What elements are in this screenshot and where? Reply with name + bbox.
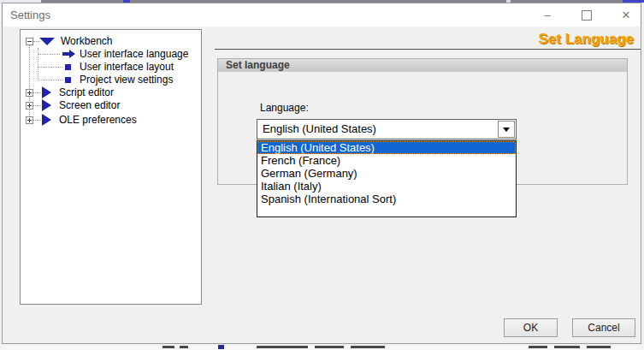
bullet-square-icon bbox=[65, 64, 71, 70]
tree-connector bbox=[38, 80, 62, 80]
tree-item-label: Screen editor bbox=[59, 99, 120, 111]
window-title: Settings bbox=[10, 3, 50, 27]
dropdown-option-english[interactable]: English (United States) bbox=[257, 141, 516, 154]
collapsed-node-icon bbox=[42, 114, 51, 126]
collapsed-node-icon bbox=[42, 86, 51, 98]
heading-divider bbox=[215, 49, 641, 50]
tree-item-label: Script editor bbox=[59, 86, 114, 98]
combobox-dropdown-button[interactable] bbox=[498, 121, 515, 138]
tree-item-label: User interface language bbox=[80, 48, 188, 60]
expand-icon[interactable] bbox=[26, 116, 33, 124]
language-combobox[interactable]: English (United States) bbox=[257, 119, 517, 139]
background-app-strip bbox=[0, 345, 644, 350]
language-dropdown-list: English (United States) French (France) … bbox=[257, 140, 517, 217]
tree-item-project-view-settings[interactable]: Project view settings bbox=[65, 73, 173, 86]
tree-connector bbox=[38, 48, 38, 80]
collapsed-node-icon bbox=[42, 99, 51, 111]
language-label: Language: bbox=[260, 102, 309, 114]
tree-connector bbox=[38, 54, 60, 55]
tree-item-user-interface-language[interactable]: User interface language bbox=[62, 47, 188, 61]
collapse-icon[interactable] bbox=[26, 38, 33, 45]
expand-icon[interactable] bbox=[26, 102, 33, 110]
groupbox-header: Set language bbox=[218, 59, 627, 72]
tree-item-workbench[interactable]: Workbench bbox=[26, 34, 112, 48]
tree-connector bbox=[38, 67, 62, 68]
selected-item-arrow-icon bbox=[62, 50, 75, 58]
title-bar: Settings – ✕ bbox=[3, 3, 641, 27]
tree-item-ole-preferences[interactable]: OLE preferences bbox=[26, 113, 137, 127]
maximize-button[interactable] bbox=[574, 3, 600, 27]
tree-item-user-interface-layout[interactable]: User interface layout bbox=[65, 60, 174, 74]
combobox-value: English (United States) bbox=[263, 120, 376, 139]
maximize-icon bbox=[582, 10, 592, 21]
minimize-icon: – bbox=[544, 9, 550, 21]
close-icon: ✕ bbox=[622, 9, 631, 21]
dropdown-option-spanish[interactable]: Spanish (International Sort) bbox=[257, 193, 516, 205]
dropdown-option-french[interactable]: French (France) bbox=[257, 154, 516, 167]
tree-item-label: Workbench bbox=[61, 35, 112, 47]
background-app-fragment bbox=[218, 345, 224, 349]
tree-item-label: User interface layout bbox=[80, 61, 174, 73]
chevron-down-icon bbox=[503, 128, 510, 132]
expanded-node-icon bbox=[39, 38, 55, 45]
tree-item-label: OLE preferences bbox=[59, 114, 137, 126]
tree-item-script-editor[interactable]: Script editor bbox=[26, 86, 114, 99]
expand-icon[interactable] bbox=[26, 89, 33, 97]
ok-button[interactable]: OK bbox=[504, 318, 558, 337]
dropdown-option-italian[interactable]: Italian (Italy) bbox=[257, 180, 516, 193]
settings-dialog: Settings – ✕ Workbench User interface la… bbox=[2, 3, 641, 344]
bullet-square-icon bbox=[65, 77, 71, 83]
minimize-button[interactable]: – bbox=[535, 3, 560, 27]
dropdown-option-german[interactable]: German (Germany) bbox=[257, 167, 516, 180]
cancel-button[interactable]: Cancel bbox=[572, 318, 635, 337]
close-button[interactable]: ✕ bbox=[613, 3, 639, 27]
tree-item-label: Project view settings bbox=[80, 74, 173, 86]
tree-item-screen-editor[interactable]: Screen editor bbox=[26, 98, 120, 112]
page-title: Set Language bbox=[539, 31, 634, 48]
